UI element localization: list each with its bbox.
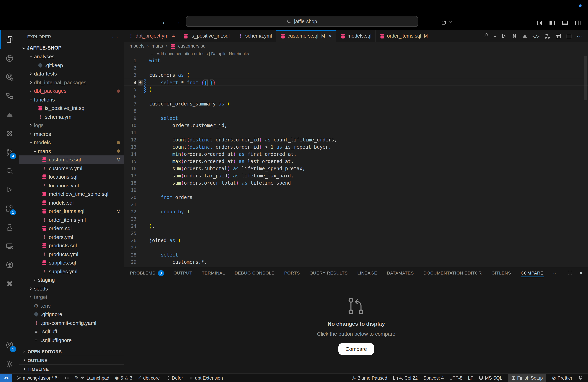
tree-item-orders.sql[interactable]: orders.sql (19, 224, 124, 233)
codelens-hint[interactable]: ··· | Add documentation or tests | Datap… (125, 50, 588, 57)
tree-item-schema.yml[interactable]: !schema.yml (19, 113, 124, 121)
tree-item-logs[interactable]: logs (19, 121, 124, 130)
code-line-3[interactable]: 3 customers as ( (125, 72, 588, 79)
datamates-icon[interactable] (522, 33, 528, 39)
status-launchpad[interactable]: ✎Launchpad (75, 375, 109, 381)
status-dbt-extension[interactable]: dbt Extension (189, 375, 223, 380)
play-icon[interactable] (501, 33, 507, 39)
code-line-28[interactable]: 28 select (125, 251, 588, 259)
tree-item-staging[interactable]: staging (19, 276, 124, 284)
editor-scrollbar[interactable] (584, 56, 587, 100)
tab-customers.sql[interactable]: customers.sql M × (276, 30, 336, 42)
code-line-5[interactable]: 5 ) (125, 86, 588, 93)
activity-extensions[interactable]: 1 (0, 199, 19, 218)
toggle-panel-icon[interactable] (562, 20, 568, 26)
tree-item-marts[interactable]: marts (19, 147, 124, 155)
pinwheel-sm-icon[interactable] (512, 33, 517, 39)
tree-item-target[interactable]: target (19, 293, 124, 302)
close-icon[interactable]: × (329, 33, 332, 39)
code-line-21[interactable]: 21 (125, 201, 588, 208)
code-line-17[interactable]: 17 sum(orders.tax_paid) as lifetime_tax_… (125, 172, 588, 179)
status-notifications[interactable] (578, 374, 583, 382)
code-line-15[interactable]: 15 max(orders.ordered_at) as last_ordere… (125, 158, 588, 165)
tree-item-supplies.sql[interactable]: supplies.sql (19, 259, 124, 267)
tree-item-dbt_packages[interactable]: dbt_packages (19, 87, 124, 95)
tree-item-is_positive_int.sql[interactable]: is_positive_int.sql (19, 104, 124, 113)
tree-item-.env[interactable]: ⚙.env (19, 302, 124, 310)
tree-item-analyses[interactable]: analyses (19, 52, 124, 61)
status-cursor-position[interactable]: Ln 4, Col 22 (393, 374, 418, 382)
tree-item-order_items.sql[interactable]: order_items.sqlM (19, 207, 124, 216)
activity-explorer[interactable] (0, 30, 19, 49)
tree-item-.gitignore[interactable]: .gitignore (19, 310, 124, 319)
tree-item-.pre-commit-config.yaml[interactable]: !.pre-commit-config.yaml (19, 319, 124, 327)
table-icon[interactable] (555, 33, 561, 39)
status-indentation[interactable]: Spaces: 4 (423, 374, 444, 382)
split-editor-icon[interactable] (566, 33, 572, 39)
tab-order_items.sql[interactable]: order_items.sql M (376, 30, 432, 42)
tree-item-models[interactable]: models (19, 138, 124, 147)
tab-dbt_project.yml[interactable]: !dbt_project.yml 4 (125, 30, 179, 42)
status-prettier[interactable]: ⊘Prettier (552, 374, 572, 382)
explorer-more-icon[interactable]: ··· (112, 34, 118, 40)
panel-tab-OUTPUT[interactable]: OUTPUT (173, 267, 192, 279)
code-line-10[interactable]: 10 orders.customer_id, (125, 122, 588, 129)
code-line-23[interactable]: 23 (125, 215, 588, 223)
tree-item-order_items.yml[interactable]: !order_items.yml (19, 216, 124, 224)
toggle-sidebar-icon[interactable] (549, 20, 555, 26)
tree-item-supplies.yml[interactable]: !supplies.yml (19, 267, 124, 276)
code-line-8[interactable]: 8 (125, 108, 588, 115)
tree-item-data-tests[interactable]: data-tests (19, 70, 124, 78)
code-editor[interactable]: ··· | Add documentation or tests | Datap… (125, 50, 588, 267)
code-line-26[interactable]: 26 joined as ( (125, 237, 588, 244)
status-branch-item[interactable]: mwong-fusion*↻ (16, 375, 59, 381)
compare-changes-icon[interactable] (545, 33, 550, 39)
panel-tab-QUERY RESULTS[interactable]: QUERY RESULTS (309, 267, 348, 279)
toggle-secondary-sidebar-icon[interactable] (575, 20, 581, 26)
hammer-icon[interactable] (483, 33, 489, 39)
status-problems-summary[interactable]: ⊗5△3 (115, 375, 132, 381)
status-blame[interactable]: ◷Blame Paused (352, 374, 387, 382)
activity-flask[interactable] (0, 218, 19, 237)
status-defer[interactable]: Defer (165, 375, 183, 380)
tree-item-products.sql[interactable]: products.sql (19, 241, 124, 250)
customize-layout-icon[interactable] (536, 20, 542, 26)
tab-is_positive_int.sql[interactable]: is_positive_int.sql (179, 30, 234, 42)
code-line-18[interactable]: 18 sum(orders.order_total) as lifetime_s… (125, 179, 588, 187)
status-git-status-icon[interactable] (64, 375, 69, 380)
panel-tab-PROBLEMS[interactable]: PROBLEMS 8 (130, 267, 164, 279)
code-line-13[interactable]: 13 count(distinct orders.order_id) > 1 a… (125, 143, 588, 151)
tree-item-functions[interactable]: functions (19, 95, 124, 104)
code-line-16[interactable]: 16 sum(orders.subtotal) as lifetime_spen… (125, 165, 588, 172)
activity-remote-explorer[interactable] (0, 237, 19, 255)
tree-item-dbt_internal_packages[interactable]: dbt_internal_packages (19, 78, 124, 87)
tree-item-macros[interactable]: macros (19, 130, 124, 138)
code-line-29[interactable]: 29 customers.*, (125, 259, 588, 266)
panel-tab-LINEAGE[interactable]: LINEAGE (357, 267, 378, 279)
section-open-editors[interactable]: OPEN EDITORS (19, 347, 124, 356)
tree-item-orders.yml[interactable]: !orders.yml (19, 233, 124, 241)
activity-git-circle[interactable] (0, 49, 19, 68)
status-dbt-core[interactable]: ✓dbt core (138, 375, 160, 381)
panel-tab-DATAMATES[interactable]: DATAMATES (387, 267, 414, 279)
code-line-14[interactable]: 14 min(orders.ordered_at) as first_order… (125, 151, 588, 158)
panel-close-icon[interactable]: × (579, 270, 583, 276)
breadcrumb[interactable]: models›marts›customers.sql (125, 42, 588, 50)
tab-schema.yml[interactable]: !schema.yml (234, 30, 276, 42)
code-line-4[interactable]: 4 + select * from {{ }} (125, 79, 588, 86)
activity-source-control[interactable]: 4 (0, 143, 19, 161)
code-line-12[interactable]: 12 count(distinct orders.order_id) as co… (125, 136, 588, 143)
panel-tab-DOCUMENTATION EDITOR[interactable]: DOCUMENTATION EDITOR (423, 267, 482, 279)
tree-item-seeds[interactable]: seeds (19, 284, 124, 293)
activity-settings-gear[interactable] (0, 354, 19, 373)
tree-item-.gitkeep[interactable]: .gitkeep (19, 61, 124, 70)
panel-tab-DEBUG CONSOLE[interactable]: DEBUG CONSOLE (235, 267, 274, 279)
code-line-20[interactable]: 20 from orders (125, 194, 588, 201)
code-line-22[interactable]: 22 group by 1 (125, 208, 588, 215)
panel-tab-GITLENS[interactable]: GITLENS (491, 267, 511, 279)
tree-item-products.yml[interactable]: !products.yml (19, 250, 124, 259)
nav-forward-button[interactable]: → (175, 18, 181, 25)
panel-tab-···[interactable]: ··· (553, 267, 558, 279)
tree-item-models.sql[interactable]: models.sql (19, 198, 124, 207)
tree-item-customers.sql[interactable]: customers.sqlM (19, 155, 124, 164)
